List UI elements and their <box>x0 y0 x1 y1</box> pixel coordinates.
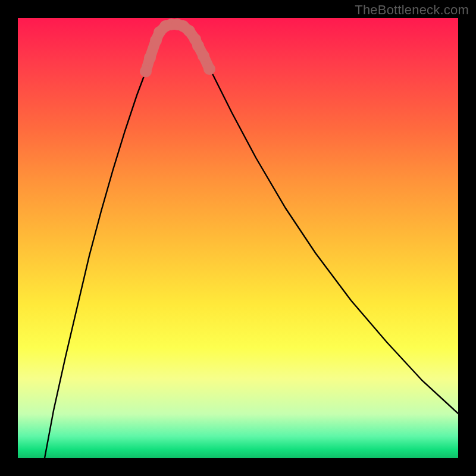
marker-bead <box>203 63 215 75</box>
marker-bead <box>140 65 152 77</box>
chart-svg <box>18 18 458 458</box>
marker-bead <box>144 52 156 64</box>
chart-frame: TheBottleneck.com <box>0 0 476 476</box>
curve-layer <box>45 24 458 458</box>
marker-layer <box>140 18 215 77</box>
watermark-text: TheBottleneck.com <box>355 2 469 18</box>
chart-plot-area <box>18 18 458 458</box>
marker-bead <box>192 40 204 52</box>
bottleneck-curve <box>45 24 458 458</box>
marker-bead <box>198 50 209 62</box>
